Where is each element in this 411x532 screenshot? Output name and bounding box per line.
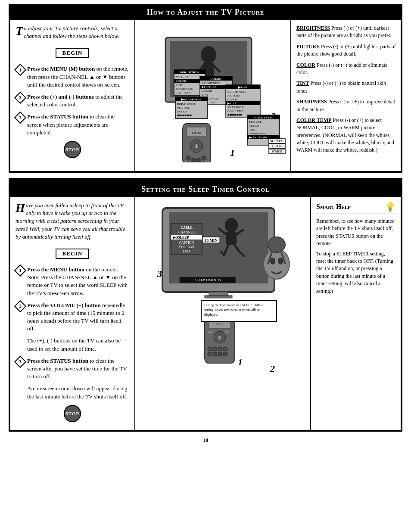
svg-text:■■■■■■■■: ■■■■■■■■ bbox=[227, 113, 242, 117]
svg-text:▶TINT: ▶TINT bbox=[227, 102, 237, 105]
tip-brightness: BRIGHTNESS Press (-) or (+) until darkes… bbox=[296, 25, 397, 40]
bottom-section-title: Setting the Sleep Timer Control bbox=[141, 185, 269, 193]
sleep-center-diagram: CABLE CHANNEL ▶OSLEEP CAPTION VOL. BAR E… bbox=[135, 197, 310, 430]
svg-text:4: 4 bbox=[209, 348, 211, 351]
svg-text:TINT: TINT bbox=[176, 83, 183, 87]
top-left-instructions: To adjust your TV picture controls, sele… bbox=[10, 20, 135, 171]
sleep-begin-badge: BEGIN bbox=[56, 249, 90, 259]
top-step-3-text: Press the STATUS button to clear the scr… bbox=[27, 113, 129, 137]
svg-point-78 bbox=[225, 218, 238, 233]
svg-text:1: 1 bbox=[230, 147, 235, 158]
svg-rect-97 bbox=[205, 296, 232, 298]
top-section: How to Adjust the TV Picture To adjust y… bbox=[9, 4, 402, 173]
svg-text:VOL: VOL bbox=[225, 331, 230, 333]
sleep-step-1-text: Press the MENU button on the remote. Not… bbox=[27, 266, 129, 297]
svg-text:SHARPNESS: SHARPNESS bbox=[227, 106, 245, 109]
smart-help-text1: Remember, to see how many minutes are le… bbox=[316, 218, 395, 248]
svg-point-120 bbox=[223, 352, 227, 356]
svg-text:COLOR: COLOR bbox=[177, 110, 187, 113]
top-step-1: 1 Press the MENU (M) button on the remot… bbox=[16, 65, 129, 89]
bottom-section: Setting the Sleep Timer Control Have you… bbox=[9, 181, 402, 432]
sleep-step-3-num: 3 bbox=[16, 357, 25, 367]
svg-text:SHARPNESS: SHARPNESS bbox=[176, 87, 193, 90]
svg-text:COLOR: COLOR bbox=[210, 77, 222, 81]
svg-text:COLOR: COLOR bbox=[176, 79, 186, 83]
svg-text:VOL: VOL bbox=[208, 331, 213, 333]
svg-text:2: 2 bbox=[271, 111, 276, 121]
svg-text:COLOR: COLOR bbox=[202, 89, 212, 93]
svg-text:⊕: ⊕ bbox=[218, 335, 222, 341]
svg-text:PICTURE: PICTURE bbox=[176, 75, 188, 78]
svg-text:WARM: WARM bbox=[272, 149, 283, 153]
svg-text:displayed.: displayed. bbox=[204, 313, 218, 317]
top-section-title: How to Adjust the TV Picture bbox=[147, 8, 265, 16]
sleep-left-instructions: Have you ever fallen asleep in front of … bbox=[10, 197, 135, 430]
sleep-intro: Have you ever fallen asleep in front of … bbox=[16, 202, 129, 241]
svg-text:EXIT: EXIT bbox=[183, 249, 190, 253]
tip-color: COLOR Press (-) or (+) to add or elimina… bbox=[296, 62, 397, 77]
svg-text:BRIGHTNESS: BRIGHTNESS bbox=[177, 102, 196, 106]
tip-picture-label: PICTURE bbox=[296, 44, 320, 50]
top-step-1-text: Press the MENU (M) button on the remote,… bbox=[27, 65, 129, 89]
svg-text:15 MIN: 15 MIN bbox=[205, 238, 218, 243]
svg-text:▶OSLEEP: ▶OSLEEP bbox=[173, 236, 189, 240]
top-step-2-num: 2 bbox=[16, 93, 25, 103]
svg-text:During the last minute of a SL: During the last minute of a SLEEP TIMER bbox=[204, 303, 264, 307]
tip-brightness-label: BRIGHTNESS bbox=[296, 25, 330, 31]
svg-text:SLEEP TIMER  38: SLEEP TIMER 38 bbox=[195, 278, 221, 282]
svg-text:COLOR: COLOR bbox=[227, 98, 238, 101]
svg-text:0: 0 bbox=[225, 348, 226, 351]
tip-tint-label: TINT bbox=[296, 80, 309, 86]
svg-rect-96 bbox=[209, 292, 228, 296]
svg-text:COL. TEMP: COL. TEMP bbox=[176, 91, 191, 94]
svg-point-129 bbox=[278, 258, 283, 264]
sleep-section-content: Have you ever fallen asleep in front of … bbox=[9, 196, 402, 431]
top-step-3: 3 Press the STATUS button to clear the s… bbox=[16, 113, 129, 137]
svg-text:2: 2 bbox=[270, 363, 275, 374]
top-diagram-svg: BRIGHTNESS PICTURE COLOR TINT SHARPNESS … bbox=[140, 29, 286, 162]
to-stop-sleep-label: To stop a SLEEP TIMER setting, reset the… bbox=[316, 251, 393, 294]
svg-point-128 bbox=[270, 258, 275, 264]
smart-help-text2: To stop a SLEEP TIMER setting, reset the… bbox=[316, 250, 395, 295]
sleep-begin-badge-wrapper: BEGIN bbox=[16, 245, 129, 262]
svg-text:3: 3 bbox=[157, 268, 162, 279]
svg-text:PICTURE: PICTURE bbox=[249, 120, 262, 124]
page-container: How to Adjust the TV Picture To adjust y… bbox=[0, 0, 411, 452]
sleep-intro-text: ave you ever fallen asleep in front of t… bbox=[16, 202, 125, 240]
top-center-diagram: BRIGHTNESS PICTURE COLOR TINT SHARPNESS … bbox=[135, 20, 290, 171]
svg-text:BRIGHTNESS: BRIGHTNESS bbox=[202, 81, 220, 85]
svg-point-118 bbox=[213, 352, 217, 356]
tip-sharpness-label: SHARPNESS bbox=[296, 99, 327, 105]
top-stop-badge: STOP bbox=[64, 141, 81, 158]
svg-text:▶TINT: ▶TINT bbox=[238, 86, 248, 89]
svg-rect-79 bbox=[226, 232, 237, 245]
svg-text:CHANNEL: CHANNEL bbox=[178, 230, 195, 234]
svg-text:PICTURE: PICTURE bbox=[227, 94, 240, 97]
sleep-dropcap: H bbox=[16, 203, 25, 213]
sleep-step-2-num: 2 bbox=[16, 302, 25, 311]
svg-point-127 bbox=[264, 249, 290, 279]
top-section-header: How to Adjust the TV Picture bbox=[9, 5, 402, 19]
tip-colortemp: COLOR TEMP Press (-) or (+) to select NO… bbox=[296, 117, 397, 154]
sleep-step-2b: The (+), (-) buttons on the TV can also … bbox=[16, 337, 129, 352]
top-step-2-text: Press the (+) and (-) buttons to adjust … bbox=[27, 93, 129, 109]
svg-text:COOL: COOL bbox=[272, 144, 282, 148]
svg-text:▶PICTURE: ▶PICTURE bbox=[202, 85, 216, 89]
svg-text:▶SHARPNESS: ▶SHARPNESS bbox=[181, 98, 201, 101]
svg-text:▷: ▷ bbox=[209, 353, 211, 356]
sleep-stop-badge: STOP bbox=[64, 405, 81, 422]
svg-text:BRIGHTNESS: BRIGHTNESS bbox=[253, 116, 273, 119]
svg-text:6: 6 bbox=[220, 348, 221, 351]
sleep-step-1-num: 1 bbox=[16, 266, 25, 275]
top-step-2: 2 Press the (+) and (-) buttons to adjus… bbox=[16, 93, 129, 109]
top-begin-badge: BEGIN bbox=[56, 48, 90, 58]
top-step-1-num: 1 bbox=[16, 65, 25, 75]
section-divider bbox=[9, 178, 402, 181]
sleep-step-3: 3 Press the STATUS button to clear the s… bbox=[16, 357, 129, 381]
svg-text:MENU: MENU bbox=[192, 131, 201, 135]
sleep-right-smart-help: Smart Help 💡 Remember, to see how many m… bbox=[310, 197, 401, 430]
svg-text:1: 1 bbox=[238, 357, 243, 367]
top-dropcap: T bbox=[16, 26, 23, 36]
top-section-content: To adjust your TV picture controls, sele… bbox=[9, 19, 402, 172]
sleep-diagram-svg: CABLE CHANNEL ▶OSLEEP CAPTION VOL. BAR E… bbox=[145, 202, 300, 387]
